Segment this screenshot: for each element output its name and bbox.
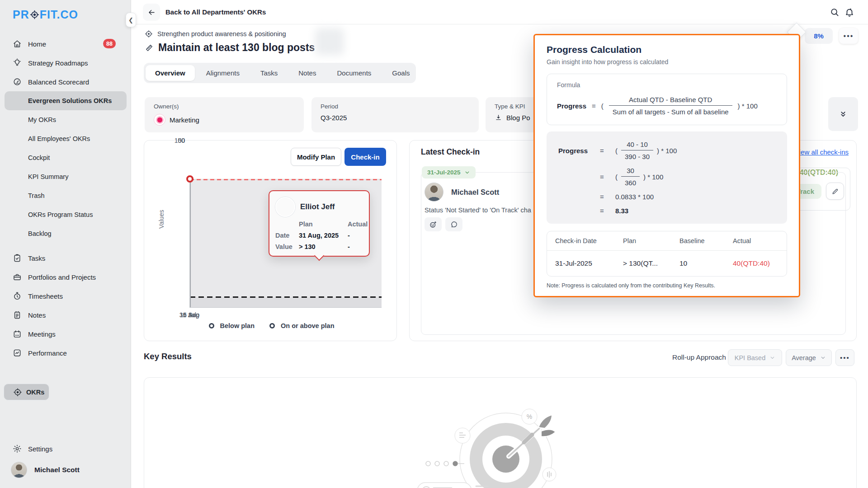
back-label[interactable]: Back to All Departments' OKRs — [165, 8, 266, 16]
open-paren: ( — [615, 173, 618, 181]
calculation-box: Progress = ( 40 - 10 390 - 30 ) * 100 = … — [547, 131, 787, 224]
sidebar-item-cockpit[interactable]: Cockpit — [0, 148, 131, 167]
stopwatch-icon — [13, 291, 22, 300]
sidebar-user-profile[interactable]: Michael Scott — [0, 458, 131, 482]
rollup-kpi-based-select[interactable]: KPI Based — [728, 349, 782, 366]
profit-co-logo: PR FIT.CO — [13, 8, 78, 21]
objective-target-icon — [145, 30, 153, 38]
final-progress-value: 8.33 — [615, 207, 775, 215]
chevron-down-icon — [820, 355, 826, 361]
bell-icon[interactable] — [844, 7, 854, 17]
select-value: KPI Based — [735, 354, 766, 361]
sidebar-item-meetings[interactable]: Meetings — [0, 324, 131, 343]
sidebar-item-portfolios-and-projects[interactable]: Portfolios and Projects — [0, 267, 131, 286]
back-button[interactable] — [143, 4, 160, 21]
sidebar-item-home[interactable]: Home 88 — [0, 34, 131, 53]
owner-card: Owner(s) Marketing — [145, 97, 304, 132]
marketing-team-avatar — [154, 114, 165, 126]
legend-below-plan: Below plan — [207, 322, 255, 329]
tab-overview[interactable]: Overview — [146, 65, 195, 81]
baseline-band — [190, 297, 382, 307]
tab-goals[interactable]: Goals — [382, 65, 419, 81]
sidebar-nav: Home 88 Strategy Roadmaps Balanced Score… — [0, 34, 131, 362]
step1-denominator: 390 - 30 — [621, 150, 653, 160]
detail-tabs: Overview Alignments Tasks Notes Document… — [144, 63, 416, 83]
sidebar-item-okrs[interactable]: OKRs — [4, 384, 49, 400]
sidebar-item-notes[interactable]: Notes — [0, 305, 131, 324]
expand-info-cards-button[interactable] — [828, 97, 858, 131]
sidebar-item-all-employees-okrs[interactable]: All Employees' OKRs — [0, 129, 131, 148]
gauge-icon — [13, 77, 22, 86]
progress-percentage-badge[interactable]: 8% — [805, 28, 833, 44]
chart-x-axis: 1 Jul 15 Aug 30 Sep — [189, 311, 382, 319]
checkin-user-name: Michael Scott — [451, 188, 499, 197]
period-value: Q3-2025 — [321, 114, 347, 122]
modify-plan-button[interactable]: Modify Plan — [291, 148, 341, 166]
sidebar-item-strategy-roadmaps[interactable]: Strategy Roadmaps — [0, 53, 131, 72]
check-in-button[interactable]: Check-in — [344, 148, 386, 166]
home-notification-badge: 88 — [103, 39, 116, 48]
view-all-checkins-link[interactable]: View all check-ins — [795, 148, 849, 156]
sidebar-item-balanced-scorecard[interactable]: Balanced Scorecard — [0, 72, 131, 91]
table-row: 31-Jul-2025 > 130(QT... 10 40(QTD:40) — [547, 251, 787, 276]
sidebar-item-label: Meetings — [28, 330, 56, 338]
step2-fraction: 30 360 — [621, 167, 640, 187]
svg-text:%: % — [526, 413, 532, 420]
step1-numerator: 40 - 10 — [621, 141, 653, 150]
cell-baseline: 10 — [679, 259, 733, 267]
sidebar-item-my-okrs[interactable]: My OKRs — [0, 110, 131, 129]
sidebar-item-kpi-summary[interactable]: KPI Summary — [0, 167, 131, 186]
home-icon — [13, 39, 22, 48]
checkin-date-badge[interactable]: 31-Jul-2025 — [422, 166, 476, 178]
sidebar-subitem-label: Backlog — [28, 230, 52, 237]
arrow-left-icon — [147, 8, 156, 17]
user-avatar — [11, 462, 27, 478]
add-reaction-button[interactable] — [425, 217, 442, 231]
tab-alignments[interactable]: Alignments — [197, 65, 249, 81]
sidebar-collapse-button[interactable]: ❮ — [126, 13, 136, 27]
plan-target-line — [190, 179, 382, 180]
key-results-more-button[interactable]: ••• — [835, 349, 854, 366]
logo-target-icon — [30, 10, 39, 19]
sidebar-subitem-label: Trash — [28, 192, 45, 199]
sidebar-subitem-label: KPI Summary — [28, 173, 68, 180]
redacted-badge — [315, 28, 344, 55]
tab-notes[interactable]: Notes — [289, 65, 326, 81]
gear-icon — [13, 444, 22, 453]
chevron-down-icon — [769, 355, 775, 361]
sidebar-item-label: Timesheets — [28, 292, 63, 300]
sidebar-item-timesheets[interactable]: Timesheets — [0, 286, 131, 305]
sidebar-item-tasks[interactable]: Tasks — [0, 249, 131, 267]
rollup-average-select[interactable]: Average — [786, 349, 832, 366]
sidebar-item-trash[interactable]: Trash — [0, 186, 131, 205]
tab-documents[interactable]: Documents — [327, 65, 381, 81]
modal-note: Note: Progress is calculated only from t… — [547, 282, 787, 289]
sidebar-item-settings[interactable]: Settings — [0, 439, 131, 458]
owner-label: Owner(s) — [154, 103, 295, 110]
open-paren: ( — [615, 147, 618, 155]
sidebar-item-evergreen-solutions-okrs[interactable]: Evergreen Solutions OKRs — [5, 91, 127, 110]
tab-tasks[interactable]: Tasks — [251, 65, 287, 81]
performance-chart-icon — [13, 348, 22, 357]
sidebar-subitem-label: Evergreen Solutions OKRs — [28, 97, 112, 104]
x-tick: 30 Sep — [179, 311, 199, 319]
step2-numerator: 30 — [621, 167, 640, 177]
double-chevron-down-icon — [839, 110, 847, 118]
owner-value: Marketing — [170, 116, 199, 124]
checkin-breakdown-table: Check-in Date Plan Baseline Actual 31-Ju… — [547, 231, 787, 277]
col-baseline: Baseline — [679, 237, 733, 244]
sidebar-item-backlog[interactable]: Backlog — [0, 224, 131, 243]
more-options-button[interactable]: ••• — [839, 28, 858, 44]
target-icon — [13, 388, 22, 397]
col-actual: Actual — [733, 237, 778, 244]
search-icon[interactable] — [830, 7, 840, 17]
equals-sign: = — [600, 147, 615, 155]
sidebar-item-label: Performance — [28, 349, 67, 357]
sidebar-item-okrs-program-status[interactable]: OKRs Program Status — [0, 205, 131, 224]
legend-marker-red — [207, 323, 217, 329]
calendar-icon — [13, 329, 22, 338]
formula-fraction: Actual QTD - Baseline QTD Sum of all tar… — [609, 96, 732, 116]
sidebar-item-performance[interactable]: Performance — [0, 343, 131, 362]
comment-button[interactable] — [445, 217, 462, 231]
checkin-data-point-marker[interactable] — [186, 175, 193, 183]
